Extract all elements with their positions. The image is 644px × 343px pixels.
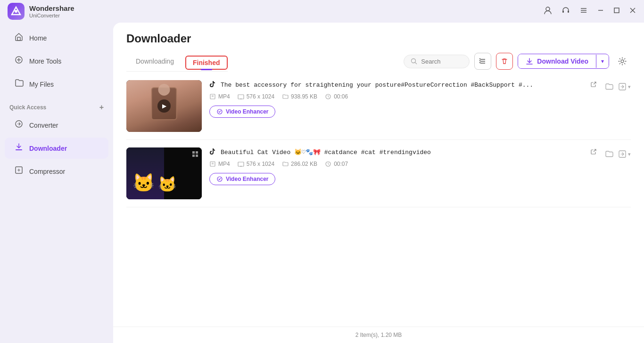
meta-duration-1: 00:06 xyxy=(325,93,348,100)
enhancer-icon-2 xyxy=(216,176,223,182)
download-video-dropdown[interactable]: ▾ xyxy=(596,55,609,68)
svg-point-28 xyxy=(621,60,624,63)
convert-dropdown-arrow-2[interactable]: ▾ xyxy=(628,151,631,157)
sidebar-item-home[interactable]: Home xyxy=(5,27,108,49)
sidebar-item-downloader-label: Downloader xyxy=(29,145,67,152)
duration-value-1: 00:06 xyxy=(334,93,348,100)
download-icon xyxy=(526,57,533,65)
svg-rect-39 xyxy=(196,151,198,154)
svg-point-2 xyxy=(546,7,550,11)
svg-point-1 xyxy=(15,10,17,13)
video-meta-1: MP4 576 x 1024 938.95 KB 00:06 xyxy=(209,93,597,100)
meta-format-2: MP4 xyxy=(209,161,230,167)
video-title-2: Beautiful Cat Video 🐱♡🐾🎀 #catdance #cat … xyxy=(221,148,586,156)
video-item: ▶ The best accessory for straightening y… xyxy=(126,73,631,140)
maximize-button[interactable] xyxy=(613,7,620,16)
app-logo xyxy=(8,3,25,20)
minimize-button[interactable] xyxy=(597,7,604,16)
video-enhancer-button-2[interactable]: Video Enhancer xyxy=(209,173,275,185)
enhancer-icon-1 xyxy=(216,108,223,115)
grid-icon-2 xyxy=(191,150,199,159)
tab-finished[interactable]: Finished xyxy=(185,56,228,70)
video-thumbnail-2: 🐱 🐱 xyxy=(126,147,202,199)
sidebar: Home More Tools My Files Quick Access + … xyxy=(0,23,113,343)
search-input[interactable] xyxy=(421,58,459,65)
open-folder-button-2[interactable] xyxy=(604,149,614,159)
sidebar-item-converter-label: Converter xyxy=(29,122,58,129)
list-view-button[interactable] xyxy=(474,53,491,70)
video-actions-2: ▾ xyxy=(604,147,631,159)
download-video-button[interactable]: Download Video ▾ xyxy=(518,54,609,69)
quick-access-header: Quick Access + xyxy=(0,99,113,114)
toolbar: Download Video ▾ xyxy=(404,53,631,73)
status-text: 2 Item(s), 1.20 MB xyxy=(355,332,402,338)
svg-rect-38 xyxy=(192,151,195,154)
video-item-2: 🐱 🐱 Beautiful Cat Video 🐱♡🐾🎀 #catdan xyxy=(126,140,631,207)
sidebar-item-downloader[interactable]: Downloader xyxy=(5,138,108,159)
main-content: Downloader Downloading Finished xyxy=(113,23,644,343)
svg-rect-9 xyxy=(614,8,619,13)
close-button[interactable] xyxy=(629,7,636,16)
format-icon-2 xyxy=(209,161,216,167)
convert-button-1[interactable]: ▾ xyxy=(618,82,631,91)
meta-duration-2: 00:07 xyxy=(325,161,348,167)
titlebar: Wondershare UniConverter xyxy=(0,0,644,23)
video-info-1: The best accessory for straightening you… xyxy=(209,80,597,118)
tab-downloading[interactable]: Downloading xyxy=(126,54,183,72)
sidebar-item-converter[interactable]: Converter xyxy=(5,114,108,136)
clock-icon-1 xyxy=(325,93,331,100)
svg-rect-24 xyxy=(479,58,480,59)
meta-size-1: 938.95 KB xyxy=(282,93,317,100)
format-icon-1 xyxy=(209,93,216,100)
tabs-bar: Downloading Finished xyxy=(126,54,228,72)
video-title-row-2: Beautiful Cat Video 🐱♡🐾🎀 #catdance #cat … xyxy=(209,147,597,157)
sidebar-item-my-files[interactable]: My Files xyxy=(5,74,108,95)
user-icon[interactable] xyxy=(543,6,553,17)
svg-rect-25 xyxy=(479,60,480,61)
search-box[interactable] xyxy=(404,55,470,68)
convert-button-2[interactable]: ▾ xyxy=(618,149,631,159)
sidebar-item-more-tools-label: More Tools xyxy=(29,57,61,65)
status-bar: 2 Item(s), 1.20 MB xyxy=(113,327,644,343)
external-link-icon-1[interactable] xyxy=(590,81,597,89)
sidebar-item-more-tools[interactable]: More Tools xyxy=(5,50,108,72)
duration-value-2: 00:07 xyxy=(334,161,348,167)
settings-button[interactable] xyxy=(614,53,631,70)
folder-icon-2 xyxy=(282,161,289,167)
app-name-sub: UniConverter xyxy=(29,13,74,18)
page-title: Downloader xyxy=(126,32,631,45)
sidebar-item-my-files-label: My Files xyxy=(29,81,54,88)
meta-format-1: MP4 xyxy=(209,93,230,100)
meta-size-2: 286.02 KB xyxy=(282,161,317,167)
convert-dropdown-arrow-1[interactable]: ▾ xyxy=(628,84,631,90)
resolution-icon-1 xyxy=(238,93,244,100)
svg-rect-12 xyxy=(17,37,20,41)
svg-rect-4 xyxy=(568,10,569,13)
titlebar-controls xyxy=(543,6,636,17)
open-folder-button-1[interactable] xyxy=(604,82,614,91)
external-link-icon-2[interactable] xyxy=(590,148,597,156)
my-files-icon xyxy=(14,78,24,90)
svg-rect-45 xyxy=(238,162,244,166)
content-header: Downloader Downloading Finished xyxy=(113,23,644,73)
play-button-1[interactable]: ▶ xyxy=(157,99,171,113)
delete-button[interactable] xyxy=(496,53,513,70)
video-enhancer-button-1[interactable]: Video Enhancer xyxy=(209,106,275,118)
sidebar-item-home-label: Home xyxy=(29,34,47,42)
sidebar-item-compressor[interactable]: Compressor xyxy=(5,161,108,182)
svg-point-19 xyxy=(412,59,416,63)
video-meta-2: MP4 576 x 1024 286.02 KB 00:07 xyxy=(209,161,597,167)
tiktok-icon-2 xyxy=(209,147,217,157)
quick-access-add-button[interactable]: + xyxy=(99,103,104,112)
app-branding: Wondershare UniConverter xyxy=(8,3,74,20)
app-name-top: Wondershare xyxy=(29,4,74,13)
svg-rect-32 xyxy=(238,95,244,99)
svg-rect-41 xyxy=(196,155,198,157)
size-value-1: 938.95 KB xyxy=(291,93,317,100)
download-video-main[interactable]: Download Video xyxy=(518,54,596,68)
video-actions-1: ▾ xyxy=(604,80,631,91)
headset-icon[interactable] xyxy=(561,6,570,17)
list-icon[interactable] xyxy=(579,6,588,17)
video-info-2: Beautiful Cat Video 🐱♡🐾🎀 #catdance #cat … xyxy=(209,147,597,185)
more-tools-icon xyxy=(14,55,24,67)
